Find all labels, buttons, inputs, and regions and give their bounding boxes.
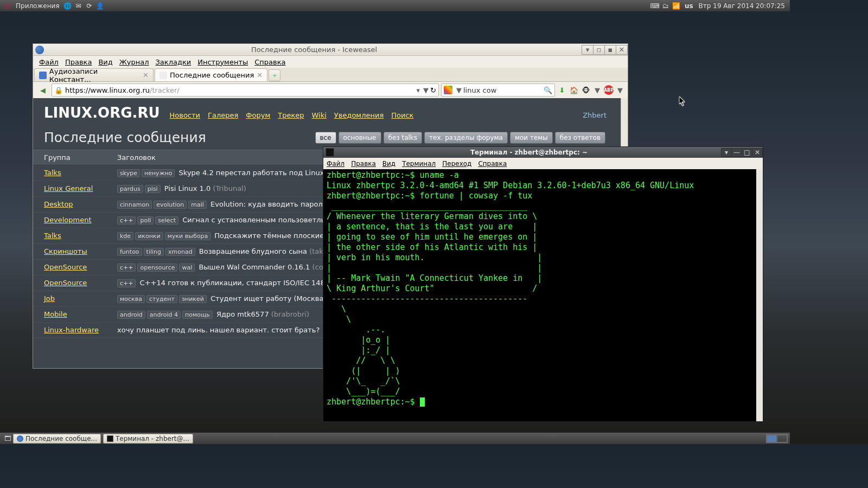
nav-gallery[interactable]: Галерея: [208, 111, 238, 119]
tag[interactable]: помощь: [182, 311, 213, 319]
tag[interactable]: select: [155, 216, 178, 224]
engine-dropdown[interactable]: ▼: [455, 86, 463, 94]
history-dropdown-icon[interactable]: ▼: [422, 86, 430, 94]
home-icon[interactable]: 🏠: [569, 85, 579, 95]
term-menu-edit[interactable]: Правка: [351, 160, 376, 168]
workspace-2[interactable]: [777, 435, 787, 442]
update-tray-icon[interactable]: ⟳: [85, 2, 94, 10]
tag[interactable]: poll: [137, 216, 154, 224]
clock[interactable]: Втр 19 Авг 2014 20:07:25: [696, 2, 788, 10]
term-menu-view[interactable]: Вид: [382, 160, 395, 168]
menu-tools[interactable]: Инструменты: [195, 58, 251, 66]
filter-main[interactable]: основные: [339, 132, 381, 144]
term-menu-go[interactable]: Переход: [442, 160, 471, 168]
filter-notalks[interactable]: без talks: [384, 132, 423, 144]
show-desktop-icon[interactable]: 🗔: [3, 434, 12, 443]
term-menu-terminal[interactable]: Терминал: [402, 160, 436, 168]
nav-notifications[interactable]: Уведомления: [334, 111, 384, 119]
nav-tracker[interactable]: Трекер: [278, 111, 304, 119]
topic-link[interactable]: C++14 готов к публикации, стандарт ISO/I…: [137, 279, 329, 287]
search-bar[interactable]: ▼ linux cow 🔍: [441, 84, 555, 97]
tag[interactable]: xmonad: [165, 248, 195, 256]
site-user-link[interactable]: Zhbert: [583, 111, 607, 119]
group-link[interactable]: OpenSource: [44, 263, 87, 271]
tag[interactable]: муки выбора: [165, 232, 211, 240]
group-link[interactable]: OpenSource: [44, 279, 87, 287]
term-menu-file[interactable]: Файл: [327, 160, 344, 168]
tag[interactable]: эникей: [179, 295, 207, 303]
maximize-button[interactable]: ▪: [604, 45, 616, 55]
nav-search[interactable]: Поиск: [391, 111, 413, 119]
tag[interactable]: skype: [117, 169, 140, 177]
term-close-button[interactable]: ✕: [752, 148, 763, 157]
menu-history[interactable]: Журнал: [117, 58, 152, 66]
tag[interactable]: ненужно: [142, 169, 175, 177]
group-link[interactable]: Talks: [44, 169, 61, 177]
group-link[interactable]: Скриншоты: [44, 247, 87, 255]
group-link[interactable]: Job: [44, 294, 55, 303]
term-maximize-button[interactable]: □: [742, 148, 752, 157]
network-icon[interactable]: 📶: [672, 2, 681, 10]
tag[interactable]: opensource: [137, 264, 177, 272]
tab-audio[interactable]: Аудиозаписи Констант... ✕: [34, 68, 154, 81]
topic-link[interactable]: Skype 4.2 перестал работать под Linux: [176, 169, 324, 177]
nav-wiki[interactable]: Wiki: [312, 111, 327, 119]
filter-tech[interactable]: тех. разделы форума: [424, 132, 508, 144]
mail-tray-icon[interactable]: ✉: [74, 2, 83, 10]
term-minimize-button[interactable]: —: [731, 148, 742, 157]
nav-forum[interactable]: Форум: [246, 111, 270, 119]
user-tray-icon[interactable]: 👤: [96, 2, 105, 10]
search-go-icon[interactable]: 🔍: [544, 86, 552, 94]
tag[interactable]: wal: [179, 264, 195, 272]
tag[interactable]: android 4: [147, 311, 181, 319]
tag[interactable]: android: [117, 311, 145, 319]
stick-button[interactable]: ▾: [721, 148, 732, 157]
terminal-titlebar[interactable]: Терминал - zhbert@zhbertpc: ~ ▾ — □ ✕: [323, 147, 763, 158]
workspace-switcher[interactable]: [766, 434, 788, 443]
group-link[interactable]: Mobile: [44, 310, 67, 318]
feed-icon[interactable]: ▾: [415, 86, 422, 94]
topic-link[interactable]: хочу планшет под линь. нашел вариант. ст…: [117, 326, 320, 334]
nav-news[interactable]: Новости: [170, 111, 201, 119]
menu-file[interactable]: Файл: [36, 58, 61, 66]
menu-view[interactable]: Вид: [95, 58, 115, 66]
tab-close-icon[interactable]: ✕: [257, 71, 263, 79]
topic-link[interactable]: Возвращение блудного сына: [197, 247, 310, 255]
task-terminal[interactable]: Терминал - zhbert@...: [103, 434, 193, 444]
restore-button[interactable]: ▫: [593, 45, 605, 55]
tag[interactable]: c++: [117, 279, 136, 287]
tag[interactable]: evolution: [154, 201, 187, 209]
minimize-button[interactable]: ▾: [582, 45, 593, 55]
kb-indicator[interactable]: us: [682, 2, 696, 10]
debian-icon[interactable]: ⊙: [3, 2, 12, 10]
terminal-body[interactable]: zhbert@zhbertpc:~$ uname -a Linux zhbert…: [323, 169, 763, 421]
topic-link[interactable]: Ядро mtk6577: [214, 310, 271, 318]
browser-titlebar[interactable]: Последние сообщения - Iceweasel ▾ ▫ ▪ ✕: [33, 44, 628, 56]
browser-tray-icon[interactable]: 🌐: [63, 2, 72, 10]
search-input[interactable]: linux cow: [463, 86, 544, 94]
group-link[interactable]: Linux General: [44, 184, 93, 192]
layout-icon[interactable]: 🗂: [661, 2, 670, 10]
tag[interactable]: kde: [117, 232, 133, 240]
workspace-1[interactable]: [767, 435, 777, 442]
topic-link[interactable]: Вышел Wal Commander 0.16.1: [196, 263, 312, 271]
greasemonkey-icon[interactable]: 🐵: [581, 85, 591, 95]
topic-link[interactable]: Подскажите тёмные плоские и: [212, 232, 331, 240]
tag[interactable]: студент: [146, 295, 177, 303]
tag[interactable]: иконки: [135, 232, 163, 240]
task-browser[interactable]: Последние сообще...: [13, 434, 101, 444]
topic-link[interactable]: Evolution: куда вводить пароль: [208, 200, 327, 208]
group-link[interactable]: Desktop: [44, 200, 73, 208]
group-link[interactable]: Development: [44, 216, 92, 224]
tag[interactable]: mail: [188, 201, 207, 209]
tag[interactable]: cinnamon: [117, 201, 152, 209]
tab-latest[interactable]: Последние сообщения ✕: [155, 68, 267, 81]
filter-noreply[interactable]: без ответов: [555, 132, 605, 144]
tag[interactable]: tiling: [144, 248, 164, 256]
terminal-scrollbar[interactable]: [756, 169, 763, 421]
reload-button[interactable]: ↻: [430, 86, 436, 94]
topic-link[interactable]: Студент ищет работу (Москва:: [208, 294, 326, 303]
abp-dropdown[interactable]: ▼: [616, 86, 624, 94]
tag[interactable]: москва: [117, 295, 145, 303]
onboard-icon[interactable]: ⌨: [650, 2, 659, 10]
